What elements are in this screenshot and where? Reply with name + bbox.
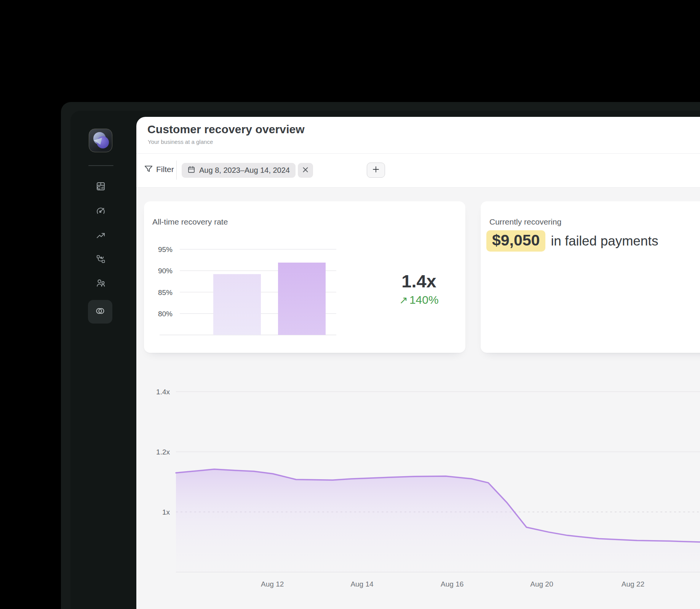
sidebar-item-customers[interactable] <box>95 278 106 289</box>
add-filter-button[interactable] <box>367 163 385 178</box>
card-title: All-time recovery rate <box>152 217 228 226</box>
sidebar-item-recovery-active[interactable] <box>88 300 112 324</box>
bar-axis-tick: 85% <box>158 289 173 297</box>
plus-icon <box>372 166 379 174</box>
funnel-icon <box>144 164 153 174</box>
date-range-value: Aug 8, 2023–Aug 14, 2024 <box>199 166 290 175</box>
page-title: Customer recovery overview <box>147 123 305 136</box>
bar <box>278 263 326 335</box>
x-axis-tick: Aug 14 <box>350 580 374 588</box>
area-fill <box>176 469 700 572</box>
content-area: 95%90%85%80% All-time recovery rate 1.4x… <box>136 188 700 609</box>
sidebar <box>70 111 136 609</box>
x-axis-tick: Aug 20 <box>530 580 553 588</box>
y-axis-tick: 1x <box>162 508 170 516</box>
main-panel: Customer recovery overview Your business… <box>136 117 700 609</box>
sidebar-divider <box>88 165 113 166</box>
users-icon <box>96 278 106 290</box>
workflow-icon <box>96 254 106 266</box>
currently-recovering-card: Currently recovering $9,050 in failed pa… <box>481 201 700 353</box>
app-screenshot: Customer recovery overview Your business… <box>0 0 700 609</box>
sidebar-item-automations[interactable] <box>95 254 106 265</box>
recovering-amount-row: $9,050 in failed payments <box>486 230 658 252</box>
arrow-up-right-icon: ↗ <box>399 295 408 306</box>
y-axis-tick: 1.2x <box>156 448 170 456</box>
calendar-icon <box>187 166 195 175</box>
x-axis-tick: Aug 22 <box>622 580 644 588</box>
sidebar-item-reports[interactable] <box>95 181 106 193</box>
bar-axis-tick: 80% <box>158 310 173 318</box>
x-axis-tick: Aug 12 <box>261 580 284 588</box>
recovery-area-chart: 1.4x1.2x1xAug 12Aug 14Aug 16Aug 20Aug 22 <box>136 388 700 590</box>
gauge-icon <box>96 206 106 218</box>
venn-icon <box>95 306 105 318</box>
filter-bar: Filter Aug 8, 2023–Aug 14, 2024 <box>136 154 700 187</box>
amount-suffix: in failed payments <box>551 233 658 249</box>
bar-axis-tick: 90% <box>158 267 173 275</box>
bar-axis-tick: 95% <box>158 246 173 253</box>
bar <box>213 274 261 335</box>
change-value: 140% <box>409 293 439 306</box>
trending-up-icon <box>96 231 106 242</box>
page-subtitle: Your business at a glance <box>148 139 213 145</box>
filter-divider <box>176 161 177 180</box>
close-icon <box>302 167 308 174</box>
filter-button[interactable]: Filter <box>156 165 174 174</box>
multiplier-value: 1.4x <box>377 271 461 291</box>
app-logo[interactable] <box>89 129 112 152</box>
clear-date-filter-button[interactable] <box>298 163 313 178</box>
x-axis-tick: Aug 16 <box>441 580 463 588</box>
reports-icon <box>96 181 106 193</box>
filter-chips: Aug 8, 2023–Aug 14, 2024 <box>182 163 313 178</box>
change-badge: ↗140% <box>377 293 461 306</box>
amount-highlight: $9,050 <box>486 230 545 252</box>
sidebar-item-performance[interactable] <box>95 206 106 217</box>
recovery-rate-card: 95%90%85%80% All-time recovery rate 1.4x… <box>144 201 465 353</box>
y-axis-tick: 1.4x <box>156 388 170 396</box>
card-title: Currently recovering <box>489 217 561 226</box>
recovery-multiplier: 1.4x ↗140% <box>377 271 461 306</box>
sidebar-item-trends[interactable] <box>95 231 106 242</box>
date-range-chip[interactable]: Aug 8, 2023–Aug 14, 2024 <box>182 163 296 178</box>
